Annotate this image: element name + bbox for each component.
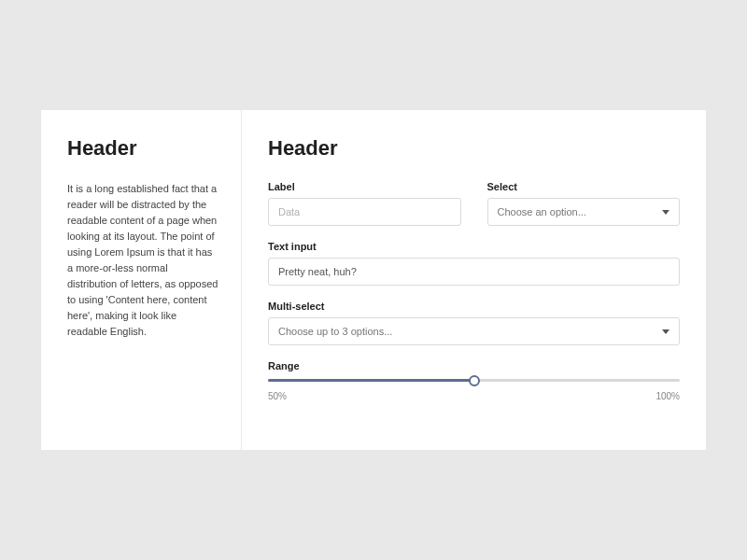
sidebar-body: It is a long established fact that a rea… bbox=[67, 181, 218, 340]
label-field-label: Label bbox=[268, 181, 461, 192]
text-input[interactable] bbox=[268, 258, 680, 286]
form-row-top: Label Select Choose an option... bbox=[268, 181, 680, 226]
select-placeholder: Choose an option... bbox=[498, 206, 586, 217]
select-field-label: Select bbox=[487, 181, 681, 192]
range-track bbox=[268, 379, 680, 382]
range-min-label: 50% bbox=[268, 391, 287, 401]
multi-select-field: Multi-select Choose up to 3 options... bbox=[268, 301, 680, 345]
range-field: Range 50% 100% bbox=[268, 360, 680, 401]
multi-select-dropdown[interactable]: Choose up to 3 options... bbox=[268, 317, 680, 345]
text-input-field: Text input bbox=[268, 241, 680, 286]
range-label: Range bbox=[268, 360, 680, 371]
sidebar: Header It is a long established fact tha… bbox=[41, 110, 242, 450]
range-labels: 50% 100% bbox=[268, 391, 680, 401]
select-field: Select Choose an option... bbox=[487, 181, 681, 226]
range-track-fill bbox=[268, 379, 474, 382]
range-slider[interactable] bbox=[268, 379, 680, 382]
select-dropdown[interactable]: Choose an option... bbox=[487, 198, 681, 226]
settings-card: Header It is a long established fact tha… bbox=[41, 110, 706, 450]
sidebar-header: Header bbox=[67, 136, 218, 161]
multi-select-placeholder: Choose up to 3 options... bbox=[278, 326, 392, 337]
label-input[interactable] bbox=[268, 198, 461, 226]
range-max-label: 100% bbox=[655, 391, 680, 401]
form-panel: Header Label Select Choose an option... … bbox=[242, 110, 706, 450]
caret-down-icon bbox=[662, 329, 669, 334]
range-thumb[interactable] bbox=[469, 375, 480, 386]
multi-select-label: Multi-select bbox=[268, 301, 680, 312]
caret-down-icon bbox=[662, 210, 669, 215]
text-input-label: Text input bbox=[268, 241, 680, 252]
form-header: Header bbox=[268, 136, 680, 161]
label-field: Label bbox=[268, 181, 461, 226]
